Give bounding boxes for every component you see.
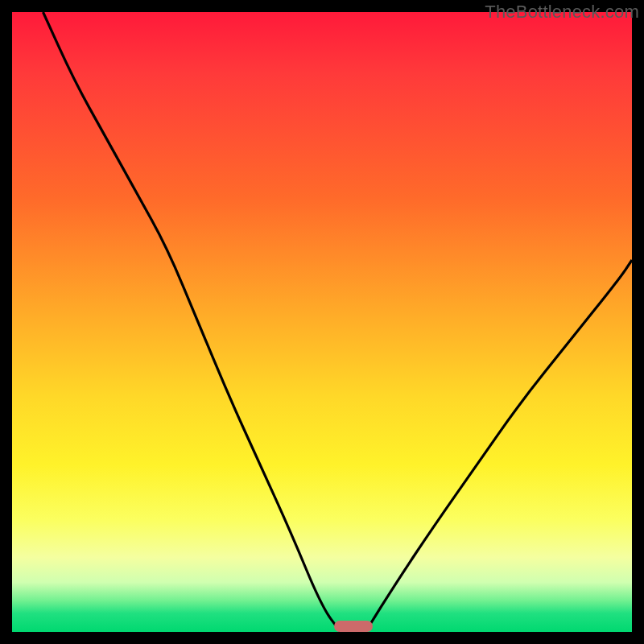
chart-frame [12,12,632,632]
optimum-marker [334,621,373,632]
bottleneck-curve [12,12,632,632]
left-curve-path [43,12,341,632]
watermark-text: TheBottleneck.com [485,2,639,23]
right-curve-path [365,260,632,632]
